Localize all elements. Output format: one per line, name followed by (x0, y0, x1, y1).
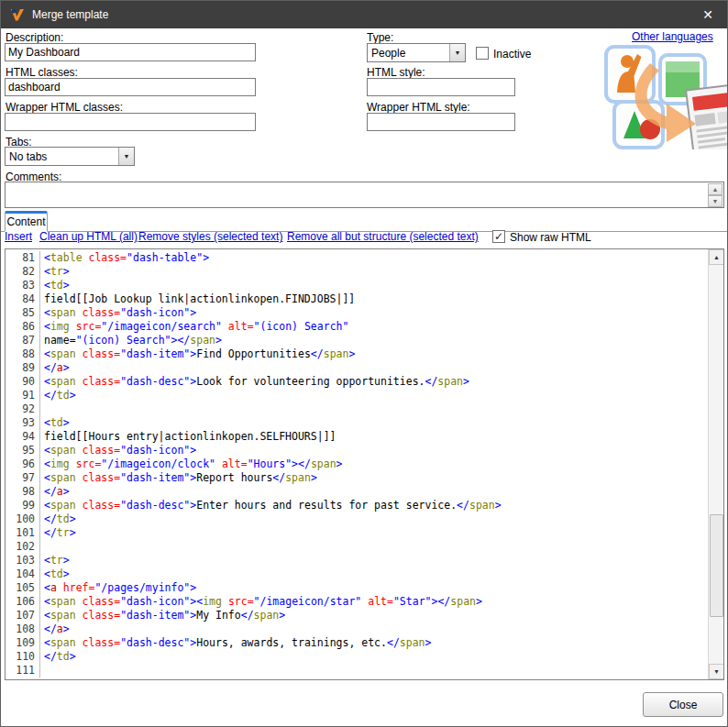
type-dropdown-value: People (368, 47, 449, 60)
code-text: <span class="dash-desc">Look for volunte… (40, 375, 469, 389)
type-dropdown[interactable]: People ▼ (367, 43, 466, 62)
code-text: <tr> (40, 554, 70, 567)
code-text: <span class="dash-item">Report hours</sp… (40, 471, 317, 485)
line-number: 84 (6, 292, 40, 306)
line-number: 90 (6, 375, 40, 389)
code-line: 90<span class="dash-desc">Look for volun… (6, 375, 708, 389)
line-number: 98 (6, 485, 40, 499)
line-number: 83 (6, 279, 40, 292)
wrapper-style-input[interactable] (367, 113, 515, 131)
html-classes-label: HTML classes: (6, 66, 78, 79)
line-number: 111 (6, 664, 40, 677)
code-line: 97<span class="dash-item">Report hours</… (6, 471, 708, 485)
code-line: 102 (6, 540, 708, 554)
line-number: 107 (6, 609, 40, 622)
code-text: field[[Hours entry|actionlinkopen.SELFHO… (40, 430, 336, 444)
description-label: Description: (6, 31, 63, 44)
code-text: field[[Job Lookup link|actionlinkopen.FI… (40, 292, 355, 306)
app-logo-icon (9, 7, 26, 22)
scrollbar-up-icon[interactable]: ▲ (709, 249, 724, 265)
line-number: 81 (6, 251, 40, 265)
line-number: 109 (6, 636, 40, 650)
wrapper-classes-label: Wrapper HTML classes: (6, 101, 123, 114)
code-line: 111 (6, 664, 708, 677)
inactive-checkbox[interactable] (476, 47, 489, 60)
code-line: 100</td> (6, 512, 708, 526)
show-raw-html-checkbox[interactable]: ✓ (492, 230, 505, 243)
wrapper-classes-input[interactable] (5, 113, 256, 131)
code-line: 95<span class="dash-icon"> (6, 444, 708, 457)
chevron-down-icon[interactable]: ▼ (449, 44, 465, 61)
html-code-editor[interactable]: 81<table class="dash-table">82<tr>83<td>… (5, 248, 724, 680)
code-text: name="(icon) Search"></span> (40, 334, 222, 347)
code-text: <img src="/imageicon/search" alt="(icon)… (40, 320, 348, 334)
code-line: 103<tr> (6, 554, 708, 567)
template-clipart-image (599, 41, 728, 149)
code-line: 83<td> (6, 279, 708, 292)
code-text: </tr> (40, 526, 76, 540)
code-text: <table class="dash-table"> (40, 251, 209, 265)
code-line: 92 (6, 402, 708, 416)
code-text: </td> (40, 389, 76, 402)
code-line: 98</a> (6, 485, 708, 499)
scroll-up-icon[interactable]: ▲ (708, 183, 722, 195)
remove-styles-link[interactable]: Remove styles (selected text) (138, 230, 282, 243)
cleanup-html-link[interactable]: Clean up HTML (all) (39, 230, 138, 243)
code-line: 89</a> (6, 361, 708, 375)
window-close-icon[interactable]: ✕ (698, 5, 718, 25)
code-text: <span class="dash-item">Find Opportuniti… (40, 347, 355, 361)
type-label: Type: (367, 31, 393, 44)
line-number: 92 (6, 402, 40, 416)
line-number: 103 (6, 554, 40, 567)
line-number: 101 (6, 526, 40, 540)
code-line: 109<span class="dash-desc">Hours, awards… (6, 636, 708, 650)
scroll-down-icon[interactable]: ▼ (708, 195, 722, 207)
line-number: 104 (6, 567, 40, 581)
html-style-label: HTML style: (367, 66, 425, 79)
line-number: 86 (6, 320, 40, 334)
code-text: <span class="dash-desc">Enter hours and … (40, 499, 502, 512)
line-number: 95 (6, 444, 40, 457)
code-text: <tr> (40, 265, 70, 279)
description-input[interactable] (5, 43, 256, 61)
tab-content[interactable]: Content (5, 211, 48, 232)
line-number: 93 (6, 416, 40, 430)
code-line: 108</a> (6, 622, 708, 636)
editor-vertical-scrollbar[interactable]: ▲ ▼ (708, 249, 723, 679)
show-raw-html-label: Show raw HTML (510, 231, 591, 244)
tabs-dropdown-value: No tabs (6, 150, 118, 163)
line-number: 97 (6, 471, 40, 485)
chevron-down-icon[interactable]: ▼ (118, 148, 134, 165)
remove-structure-link[interactable]: Remove all but structure (selected text) (287, 230, 479, 243)
code-line: 86<img src="/imageicon/search" alt="(ico… (6, 320, 708, 334)
code-text: </a> (40, 485, 70, 499)
comments-textarea[interactable]: ▲ ▼ (5, 182, 724, 208)
code-text (40, 664, 50, 677)
code-lines: 81<table class="dash-table">82<tr>83<td>… (6, 251, 708, 677)
line-number: 108 (6, 622, 40, 636)
line-number: 82 (6, 265, 40, 279)
line-number: 99 (6, 499, 40, 512)
code-line: 94field[[Hours entry|actionlinkopen.SELF… (6, 430, 708, 444)
html-style-input[interactable] (367, 78, 515, 96)
line-number: 105 (6, 581, 40, 595)
close-button[interactable]: Close (643, 692, 723, 717)
scrollbar-down-icon[interactable]: ▼ (709, 664, 724, 679)
code-line: 81<table class="dash-table"> (6, 251, 708, 265)
code-line: 85<span class="dash-icon"> (6, 306, 708, 320)
line-number: 91 (6, 389, 40, 402)
line-number: 85 (6, 306, 40, 320)
line-number: 106 (6, 595, 40, 609)
tabs-dropdown[interactable]: No tabs ▼ (5, 147, 135, 166)
code-line: 91</td> (6, 389, 708, 402)
code-line: 107<span class="dash-item">My Info</span… (6, 609, 708, 622)
code-text (40, 540, 50, 554)
code-line: 93<td> (6, 416, 708, 430)
code-line: 106<span class="dash-icon"><img src="/im… (6, 595, 708, 609)
code-text: <td> (40, 416, 70, 430)
scrollbar-thumb[interactable] (710, 514, 723, 617)
line-number: 94 (6, 430, 40, 444)
html-classes-input[interactable] (5, 78, 256, 96)
insert-link[interactable]: Insert (5, 230, 32, 243)
line-number: 88 (6, 347, 40, 361)
